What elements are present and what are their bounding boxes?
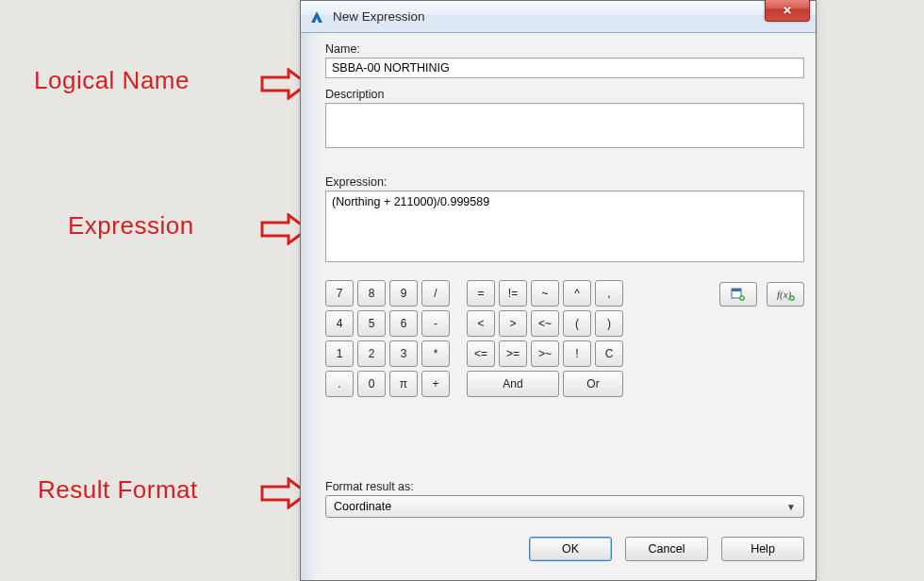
property-icon xyxy=(731,288,746,301)
key-comma[interactable]: , xyxy=(595,280,623,307)
key-and[interactable]: And xyxy=(467,371,559,397)
help-button[interactable]: Help xyxy=(721,537,804,561)
key-bang[interactable]: ! xyxy=(563,340,591,367)
svg-rect-1 xyxy=(732,289,741,291)
name-label: Name: xyxy=(325,42,804,56)
description-label: Description xyxy=(325,88,804,101)
key-minus[interactable]: - xyxy=(421,310,450,337)
key-dot[interactable]: . xyxy=(325,371,354,397)
key-2[interactable]: 2 xyxy=(357,340,386,367)
key-rparen[interactable]: ) xyxy=(595,310,623,337)
format-label: Format result as: xyxy=(325,480,804,493)
key-lt[interactable]: < xyxy=(467,310,495,337)
key-tilde[interactable]: ~ xyxy=(531,280,559,307)
close-button[interactable]: ✕ xyxy=(765,0,810,22)
key-lte[interactable]: <= xyxy=(467,340,495,367)
key-multiply[interactable]: * xyxy=(421,340,450,367)
cancel-button[interactable]: Cancel xyxy=(625,537,708,561)
fx-icon: f(x) xyxy=(776,288,795,301)
name-input[interactable] xyxy=(325,58,804,78)
dialog-body: Name: Description Expression: 7 8 9 / 4 … xyxy=(325,42,804,580)
key-neq[interactable]: != xyxy=(499,280,527,307)
format-section: Format result as: Coordinate ▼ xyxy=(325,480,804,518)
autodesk-icon xyxy=(308,8,325,25)
insert-property-button[interactable] xyxy=(719,282,757,307)
titlebar[interactable]: New Expression ✕ xyxy=(301,1,816,33)
calculator-keypad: 7 8 9 / 4 5 6 - 1 2 3 * . 0 π + = != ~ xyxy=(325,280,804,397)
new-expression-dialog: New Expression ✕ Name: Description Expre… xyxy=(300,0,817,581)
key-3[interactable]: 3 xyxy=(389,340,418,367)
insert-icons: f(x) xyxy=(719,280,804,307)
insert-function-button[interactable]: f(x) xyxy=(767,282,804,307)
key-5[interactable]: 5 xyxy=(357,310,386,337)
format-result-select[interactable]: Coordinate ▼ xyxy=(325,495,804,518)
key-1[interactable]: 1 xyxy=(325,340,354,367)
key-8[interactable]: 8 xyxy=(357,280,386,307)
key-divide[interactable]: / xyxy=(421,280,450,307)
dialog-title: New Expression xyxy=(333,9,425,24)
format-result-value: Coordinate xyxy=(334,500,391,513)
key-eq[interactable]: = xyxy=(467,280,495,307)
dialog-button-row: OK Cancel Help xyxy=(529,537,804,561)
key-7[interactable]: 7 xyxy=(325,280,354,307)
annotation-result-format: Result Format xyxy=(38,475,198,505)
key-9[interactable]: 9 xyxy=(389,280,418,307)
key-lparen[interactable]: ( xyxy=(563,310,591,337)
ok-button[interactable]: OK xyxy=(529,537,612,561)
key-6[interactable]: 6 xyxy=(389,310,418,337)
key-gttilde[interactable]: >~ xyxy=(531,340,559,367)
keypad-operators: = != ~ ^ , < > <~ ( ) <= >= >~ ! C And O… xyxy=(467,280,623,397)
annotation-expression: Expression xyxy=(68,211,194,241)
expression-input[interactable] xyxy=(325,191,804,262)
key-clear[interactable]: C xyxy=(595,340,623,367)
chevron-down-icon: ▼ xyxy=(786,502,796,512)
annotation-logical-name: Logical Name xyxy=(34,66,190,95)
key-pi[interactable]: π xyxy=(389,371,418,397)
dialog-glass-edge xyxy=(301,33,322,580)
key-gte[interactable]: >= xyxy=(499,340,527,367)
expression-label: Expression: xyxy=(325,175,804,189)
key-gt[interactable]: > xyxy=(499,310,527,337)
key-4[interactable]: 4 xyxy=(325,310,354,337)
description-input[interactable] xyxy=(325,103,804,148)
keypad-numeric: 7 8 9 / 4 5 6 - 1 2 3 * . 0 π + xyxy=(325,280,450,397)
key-lttilde[interactable]: <~ xyxy=(531,310,559,337)
key-caret[interactable]: ^ xyxy=(563,280,591,307)
close-icon: ✕ xyxy=(783,4,792,17)
key-0[interactable]: 0 xyxy=(357,371,386,397)
key-or[interactable]: Or xyxy=(563,371,623,397)
key-plus[interactable]: + xyxy=(421,371,450,397)
